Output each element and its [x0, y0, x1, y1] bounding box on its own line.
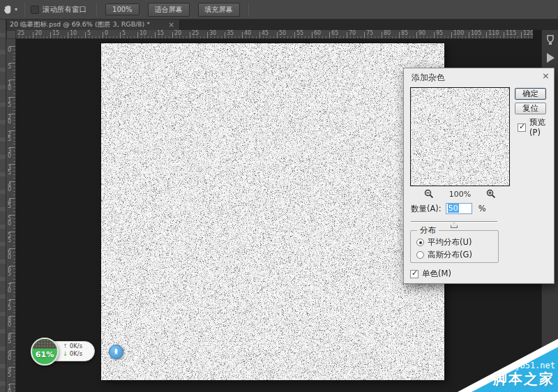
distribution-group: 分布 平均分布(U) 高斯分布(G) — [410, 230, 499, 263]
horizontal-ruler[interactable]: 2520151050510152025303540455055606570758… — [16, 30, 533, 39]
ruler-tick — [120, 32, 121, 38]
ruler-subtick — [490, 36, 490, 38]
ruler-subtick — [361, 36, 361, 38]
ruler-subtick — [270, 36, 271, 38]
tool-preset-caret-icon[interactable]: ▾ — [15, 6, 17, 13]
ruler-tick — [486, 32, 487, 38]
ruler-subtick — [13, 151, 15, 151]
document-tab-bar: 20 临摹图标.psd @ 69.6% (图层 3, RGB/8) * × — [6, 20, 558, 30]
zoom-out-icon[interactable] — [424, 189, 434, 199]
gauge-used-arc — [32, 339, 57, 349]
play-triangle-icon — [547, 53, 555, 63]
ruler-subtick — [448, 36, 448, 38]
ruler-label: 50 — [279, 30, 286, 36]
ruler-tick — [521, 32, 522, 38]
ruler-label: 60 — [314, 30, 321, 36]
ruler-label: 7 5 — [8, 301, 11, 310]
document-tab-title: 20 临摹图标.psd @ 69.6% (图层 3, RGB/8) * — [10, 20, 167, 29]
ruler-subtick — [43, 36, 44, 38]
document-canvas[interactable] — [101, 43, 444, 380]
ruler-subtick — [465, 36, 466, 38]
history-glyph-icon — [545, 34, 556, 46]
hand-tool-button[interactable]: ▾ — [0, 4, 20, 15]
ruler-tick — [504, 32, 504, 38]
zoom-in-icon[interactable] — [486, 189, 496, 199]
vertical-ruler[interactable]: 051 01 52 02 53 03 54 04 55 05 56 06 57 … — [6, 39, 16, 392]
ruler-subtick — [13, 154, 15, 155]
ruler-subtick — [116, 36, 117, 38]
preview-checkbox-row[interactable]: ✓ 预览(P) — [518, 117, 554, 137]
ruler-subtick — [13, 171, 15, 172]
ruler-origin-corner[interactable] — [6, 30, 16, 39]
ruler-subtick — [357, 36, 358, 38]
ruler-tick — [103, 32, 103, 38]
fit-screen-button[interactable]: 适合屏幕 — [148, 3, 190, 17]
ruler-subtick — [13, 391, 15, 391]
uniform-radio-row[interactable]: 平均分布(U) — [416, 237, 472, 248]
history-panel-icon[interactable] — [542, 31, 558, 49]
tab-close-icon[interactable]: × — [167, 21, 176, 29]
actions-play-icon[interactable] — [542, 49, 558, 67]
ruler-subtick — [528, 36, 529, 38]
gaussian-radio[interactable] — [416, 251, 424, 259]
ruler-label: 10 — [140, 30, 146, 36]
ruler-label: 3 0 — [8, 149, 11, 158]
ruler-subtick — [235, 36, 236, 38]
fill-screen-button[interactable]: 填充屏幕 — [198, 3, 240, 17]
amount-label: 数量(A): — [411, 204, 442, 214]
boost-button[interactable] — [109, 345, 123, 359]
gaussian-radio-row[interactable]: 高斯分布(G) — [416, 250, 472, 260]
ruler-subtick — [26, 36, 27, 38]
dialog-close-icon[interactable]: × — [542, 70, 550, 81]
amount-input[interactable]: 50 — [446, 203, 472, 214]
ruler-subtick — [134, 36, 135, 38]
noise-preview-box[interactable] — [410, 87, 510, 186]
ruler-subtick — [497, 36, 497, 38]
monochromatic-checkbox-row[interactable]: ✓ 单色(M) — [410, 269, 451, 279]
ruler-subtick — [13, 340, 15, 340]
ruler-subtick — [13, 158, 15, 158]
preview-checkbox[interactable]: ✓ — [518, 123, 526, 132]
document-tab[interactable]: 20 临摹图标.psd @ 69.6% (图层 3, RGB/8) * × — [7, 20, 180, 30]
ruler-subtick — [514, 36, 515, 38]
ruler-subtick — [13, 174, 15, 175]
ruler-subtick — [13, 252, 15, 252]
monochromatic-checkbox[interactable]: ✓ — [410, 270, 418, 278]
slider-thumb[interactable] — [451, 223, 458, 228]
slider-track[interactable] — [411, 221, 497, 223]
ruler-subtick — [409, 36, 410, 38]
ruler-subtick — [13, 208, 15, 209]
ruler-subtick — [315, 36, 316, 38]
ruler-tick — [329, 32, 330, 38]
ruler-subtick — [13, 330, 15, 331]
ruler-subtick — [13, 59, 15, 60]
actual-pixels-button[interactable]: 100% — [105, 3, 140, 15]
ruler-subtick — [13, 110, 15, 111]
ruler-label: 6 5 — [8, 268, 11, 277]
ruler-label: 120 — [523, 30, 533, 36]
ruler-subtick — [385, 36, 386, 38]
ruler-subtick — [525, 36, 525, 38]
ruler-subtick — [13, 343, 15, 344]
ruler-label: 80 — [384, 30, 391, 36]
memory-usage-gauge[interactable]: 61% — [31, 338, 59, 365]
ruler-subtick — [99, 36, 100, 38]
ruler-subtick — [340, 36, 340, 38]
download-speed: 0K/s — [70, 350, 82, 357]
reset-button[interactable]: 复位 — [515, 103, 546, 114]
ok-button[interactable]: 确定 — [515, 88, 546, 100]
ruler-label: 15 — [52, 30, 59, 36]
ruler-label: 2 0 — [8, 116, 11, 125]
ruler-subtick — [252, 36, 253, 38]
ruler-subtick — [13, 373, 15, 374]
ruler-subtick — [13, 319, 15, 320]
network-speed-widget[interactable]: 61% ↑ 0K/s ↓ 0K/s — [31, 337, 97, 366]
scroll-all-windows-checkbox[interactable] — [31, 6, 39, 14]
amount-selected-text: 50 — [448, 204, 459, 213]
uniform-radio[interactable] — [416, 239, 424, 246]
ruler-label: 1 0 — [8, 82, 11, 91]
ruler-label: 100 — [453, 30, 464, 36]
ruler-tick — [277, 32, 278, 38]
ruler-subtick — [179, 36, 180, 38]
ruler-subtick — [402, 36, 403, 38]
